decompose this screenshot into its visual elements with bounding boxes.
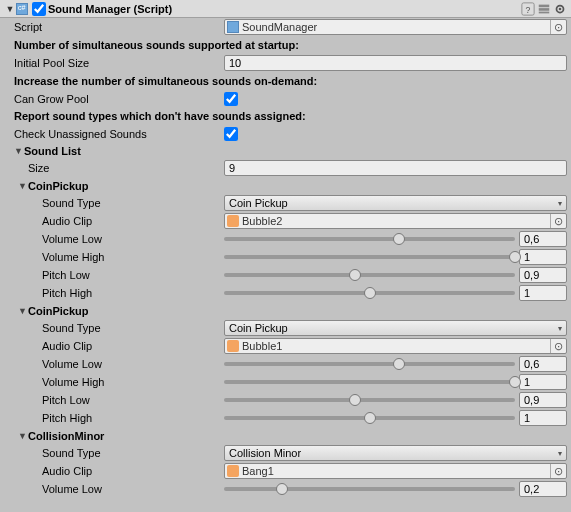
object-picker-icon[interactable]: ⊙ (550, 20, 566, 34)
audio-clip-icon (227, 340, 239, 352)
pool-size-label: Initial Pool Size (14, 57, 224, 69)
audio-clip-field[interactable]: Bubble2 ⊙ (224, 213, 567, 229)
svg-text:?: ? (526, 4, 531, 14)
check-unassigned-checkbox[interactable] (224, 127, 238, 141)
slider-value-input[interactable] (519, 249, 567, 265)
sound-item-name: CollisionMinor (28, 430, 104, 442)
script-label: Script (14, 21, 224, 33)
component-title: Sound Manager (Script) (48, 3, 521, 15)
slider[interactable] (224, 482, 515, 496)
component-enabled-checkbox[interactable] (32, 2, 46, 16)
pool-size-input[interactable] (224, 55, 567, 71)
check-unassigned-label: Check Unassigned Sounds (14, 128, 224, 140)
audio-clip-icon (227, 215, 239, 227)
chevron-down-icon: ▼ (14, 146, 24, 156)
slider[interactable] (224, 286, 515, 300)
sound-type-label: Sound Type (42, 447, 224, 459)
chevron-down-icon: ▼ (18, 306, 28, 316)
slider-value-input[interactable] (519, 267, 567, 283)
section2-heading: Increase the number of simultaneous soun… (0, 72, 571, 90)
audio-clip-value: Bang1 (239, 465, 550, 477)
object-picker-icon[interactable]: ⊙ (550, 464, 566, 478)
section3-heading: Report sound types which don't have soun… (0, 107, 571, 125)
script-value: SoundManager (239, 21, 550, 33)
slider[interactable] (224, 268, 515, 282)
sound-type-dropdown[interactable]: Coin Pickup ▾ (224, 320, 567, 336)
slider[interactable] (224, 375, 515, 389)
svg-rect-4 (539, 11, 550, 13)
dropdown-value: Coin Pickup (229, 322, 558, 334)
slider-value-input[interactable] (519, 374, 567, 390)
slider-label: Pitch High (42, 412, 224, 424)
slider-label: Volume High (42, 376, 224, 388)
script-obj-icon (227, 21, 239, 33)
chevron-updown-icon: ▾ (558, 324, 562, 333)
component-header: ▼ Sound Manager (Script) ? (0, 0, 571, 18)
slider-value-input[interactable] (519, 481, 567, 497)
help-icon[interactable]: ? (521, 2, 535, 16)
slider[interactable] (224, 250, 515, 264)
audio-clip-label: Audio Clip (42, 215, 224, 227)
chevron-updown-icon: ▾ (558, 449, 562, 458)
chevron-down-icon: ▼ (18, 181, 28, 191)
slider-label: Volume Low (42, 483, 224, 495)
slider-value-input[interactable] (519, 356, 567, 372)
slider-label: Pitch Low (42, 394, 224, 406)
slider-value-input[interactable] (519, 231, 567, 247)
chevron-down-icon: ▼ (18, 431, 28, 441)
slider-value-input[interactable] (519, 392, 567, 408)
svg-rect-2 (539, 4, 550, 7)
svg-point-6 (559, 7, 562, 10)
audio-clip-label: Audio Clip (42, 465, 224, 477)
sound-item-foldout[interactable]: ▼ CoinPickup (0, 177, 571, 194)
audio-clip-field[interactable]: Bang1 ⊙ (224, 463, 567, 479)
script-icon (16, 3, 28, 15)
sound-item-name: CoinPickup (28, 180, 89, 192)
audio-clip-value: Bubble1 (239, 340, 550, 352)
gear-icon[interactable] (553, 2, 567, 16)
can-grow-label: Can Grow Pool (14, 93, 224, 105)
sound-item-foldout[interactable]: ▼ CollisionMinor (0, 427, 571, 444)
preset-icon[interactable] (537, 2, 551, 16)
sound-list-foldout[interactable]: ▼ Sound List (0, 142, 571, 159)
sound-list-label: Sound List (24, 145, 81, 157)
audio-clip-icon (227, 465, 239, 477)
script-object-field[interactable]: SoundManager ⊙ (224, 19, 567, 35)
slider-label: Volume Low (42, 358, 224, 370)
size-label: Size (28, 162, 224, 174)
sound-item-name: CoinPickup (28, 305, 89, 317)
slider-value-input[interactable] (519, 285, 567, 301)
dropdown-value: Coin Pickup (229, 197, 558, 209)
dropdown-value: Collision Minor (229, 447, 558, 459)
sound-type-label: Sound Type (42, 322, 224, 334)
audio-clip-field[interactable]: Bubble1 ⊙ (224, 338, 567, 354)
slider-value-input[interactable] (519, 410, 567, 426)
object-picker-icon[interactable]: ⊙ (550, 339, 566, 353)
can-grow-checkbox[interactable] (224, 92, 238, 106)
slider[interactable] (224, 357, 515, 371)
section1-heading: Number of simultaneous sounds supported … (0, 36, 571, 54)
slider-label: Volume High (42, 251, 224, 263)
foldout-toggle[interactable]: ▼ (4, 4, 16, 14)
sound-type-label: Sound Type (42, 197, 224, 209)
slider[interactable] (224, 411, 515, 425)
slider[interactable] (224, 393, 515, 407)
sound-type-dropdown[interactable]: Collision Minor ▾ (224, 445, 567, 461)
sound-type-dropdown[interactable]: Coin Pickup ▾ (224, 195, 567, 211)
svg-rect-3 (539, 8, 550, 11)
slider-label: Pitch Low (42, 269, 224, 281)
object-picker-icon[interactable]: ⊙ (550, 214, 566, 228)
slider[interactable] (224, 232, 515, 246)
size-input[interactable] (224, 160, 567, 176)
audio-clip-label: Audio Clip (42, 340, 224, 352)
slider-label: Pitch High (42, 287, 224, 299)
audio-clip-value: Bubble2 (239, 215, 550, 227)
sound-item-foldout[interactable]: ▼ CoinPickup (0, 302, 571, 319)
script-row: Script SoundManager ⊙ (0, 18, 571, 36)
chevron-updown-icon: ▾ (558, 199, 562, 208)
slider-label: Volume Low (42, 233, 224, 245)
